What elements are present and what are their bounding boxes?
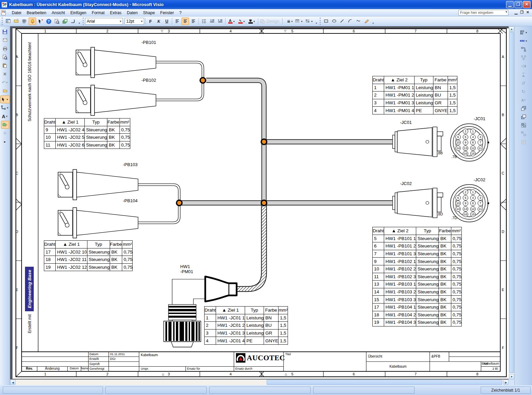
snap-grid-button[interactable] — [21, 18, 28, 25]
open-stencil-button[interactable] — [12, 18, 20, 25]
label-jc02-side[interactable]: -JC02 — [400, 181, 412, 186]
menu-datei[interactable]: Datei — [9, 9, 24, 16]
label-jc02-face[interactable]: -JC02 — [474, 177, 485, 182]
line-tool[interactable] — [339, 18, 346, 25]
line-ends-button[interactable]: ▼ — [304, 18, 314, 25]
text-button[interactable]: A▼ — [0, 112, 10, 120]
drawing-canvas[interactable]: 1122334455667788AABBCCDDEEFF ▽ ▽ △ △ Sch… — [10, 26, 509, 379]
connector-jc01-side[interactable] — [393, 127, 443, 157]
layers-button[interactable] — [61, 18, 69, 25]
pointer-plus-button[interactable] — [37, 18, 44, 25]
font-color-button[interactable]: A▼ — [227, 18, 236, 25]
ellipse-tool[interactable] — [330, 18, 338, 25]
toolbar-options[interactable]: ▾ — [371, 18, 375, 25]
connector-button[interactable]: ▼ — [0, 104, 10, 112]
group-button[interactable] — [519, 122, 528, 129]
sensor-pb102[interactable] — [76, 85, 156, 115]
shape-window-button[interactable] — [4, 18, 12, 25]
align-right-button[interactable] — [190, 18, 197, 25]
sensor-pb104[interactable] — [58, 208, 138, 238]
menu-ansicht[interactable]: Ansicht — [49, 9, 68, 16]
label-jc01-side[interactable]: -JC01 — [400, 120, 412, 125]
menu-daten[interactable]: Daten — [124, 9, 140, 16]
braided-cable[interactable] — [237, 205, 264, 289]
horizontal-scroll-thumb[interactable] — [267, 380, 502, 385]
connector-jc02-side[interactable] — [393, 188, 443, 218]
expand-button[interactable]: ▸ — [1, 138, 9, 146]
print-button[interactable] — [1, 45, 9, 53]
drawing-page[interactable]: 1122334455667788AABBCCDDEEFF ▽ ▽ △ △ Sch… — [12, 28, 509, 379]
harness-trunk[interactable] — [179, 80, 393, 203]
connect-shapes-button[interactable] — [519, 46, 528, 53]
help-button[interactable]: ? — [45, 18, 52, 25]
outdent-button[interactable] — [208, 18, 216, 25]
arc-tool[interactable] — [347, 18, 354, 25]
font-dropdown-icon[interactable]: ▼ — [119, 20, 122, 23]
indent-button[interactable] — [216, 18, 224, 25]
fill-color-button[interactable]: ⛊▼ — [247, 18, 257, 25]
open-button[interactable] — [1, 87, 9, 95]
pan-zoom-button[interactable] — [29, 18, 36, 25]
menu-einfgen[interactable]: Einfügen — [68, 9, 89, 16]
close-button[interactable]: ✕ — [523, 1, 531, 8]
scroll-up-icon[interactable]: ▲ — [509, 26, 514, 32]
label-pb102[interactable]: -PB102 — [141, 78, 156, 83]
shape-edit-button[interactable] — [1, 121, 9, 129]
distribute-shapes-button[interactable]: ▼ — [519, 37, 528, 45]
menu-?[interactable]: ? — [177, 9, 184, 16]
send-to-back-button[interactable] — [519, 113, 528, 121]
sensor-cables[interactable] — [137, 62, 203, 223]
ask-dropdown-icon[interactable]: ▼ — [505, 10, 508, 14]
toolbar-grip[interactable] — [83, 18, 84, 25]
rect-tool[interactable] — [322, 18, 330, 25]
toolbar-options[interactable]: ▾ — [77, 18, 81, 25]
pencil-tool[interactable] — [363, 18, 370, 25]
menu-format[interactable]: Format — [89, 9, 107, 16]
freeform-tool[interactable] — [355, 18, 362, 25]
delete-button[interactable]: ✕ — [1, 70, 9, 78]
menu-fenster[interactable]: Fenster — [158, 9, 177, 16]
paste-button[interactable] — [1, 62, 9, 70]
label-hw1-pm01[interactable]: HW1-PM01 — [180, 264, 193, 274]
doc-restore-button[interactable]: ❐ — [520, 10, 524, 15]
junction-nodes[interactable] — [176, 77, 267, 206]
toolbar-grip[interactable] — [2, 18, 3, 25]
scroll-left-icon[interactable]: ◀ — [10, 380, 16, 385]
align-left-button[interactable] — [174, 18, 181, 25]
print-preview-button[interactable] — [53, 18, 60, 25]
toolbar-grip[interactable] — [320, 18, 321, 25]
highlight-button[interactable]: ✎▼ — [237, 18, 246, 25]
ask-question-input[interactable]: Frage hier eingeben ▼ — [458, 10, 508, 16]
horizontal-scrollbar[interactable]: ◀ ▶ — [10, 379, 509, 385]
corner-line-button[interactable] — [69, 18, 77, 25]
label-pb101[interactable]: -PB101 — [141, 40, 156, 45]
scroll-down-icon[interactable]: ▼ — [509, 374, 514, 379]
bold-button[interactable]: F — [147, 18, 154, 25]
font-name-combo[interactable]: Arial ▼ — [85, 18, 123, 25]
menu-extras[interactable]: Extras — [107, 9, 124, 16]
mail-button[interactable] — [1, 36, 9, 44]
label-jc01-face[interactable]: -JC01 — [474, 116, 485, 121]
menu-shape[interactable]: Shape — [140, 9, 158, 16]
size-dropdown-icon[interactable]: ▼ — [140, 20, 143, 23]
restore-button[interactable]: ❐ — [514, 1, 522, 8]
pointer-button[interactable]: ▼ — [0, 96, 10, 103]
vertical-scroll-thumb[interactable] — [509, 32, 514, 373]
align-shapes-button[interactable]: ▼ — [519, 29, 528, 36]
line-pattern-button[interactable]: ▼ — [294, 18, 303, 25]
align-center-button[interactable] — [182, 18, 189, 25]
scroll-right-icon[interactable]: ▶ — [503, 380, 509, 385]
underline-button[interactable]: U — [163, 18, 170, 25]
doc-close-button[interactable]: ✕ — [526, 10, 529, 15]
minimize-button[interactable]: ▁ — [506, 1, 514, 8]
sensor-pb103[interactable] — [58, 169, 138, 200]
bullets-button[interactable] — [200, 18, 208, 25]
italic-button[interactable]: K — [155, 18, 162, 25]
bring-to-front-button[interactable] — [519, 105, 528, 112]
font-size-combo[interactable]: 12pt ▼ — [125, 18, 144, 25]
print-preview-button[interactable] — [1, 53, 9, 61]
label-pb103[interactable]: -PB103 — [123, 162, 137, 167]
line-weight-button[interactable]: ws=>''▼ — [284, 18, 293, 25]
sensor-pb101[interactable] — [76, 47, 156, 78]
menu-bearbeiten[interactable]: Bearbeiten — [24, 9, 49, 16]
